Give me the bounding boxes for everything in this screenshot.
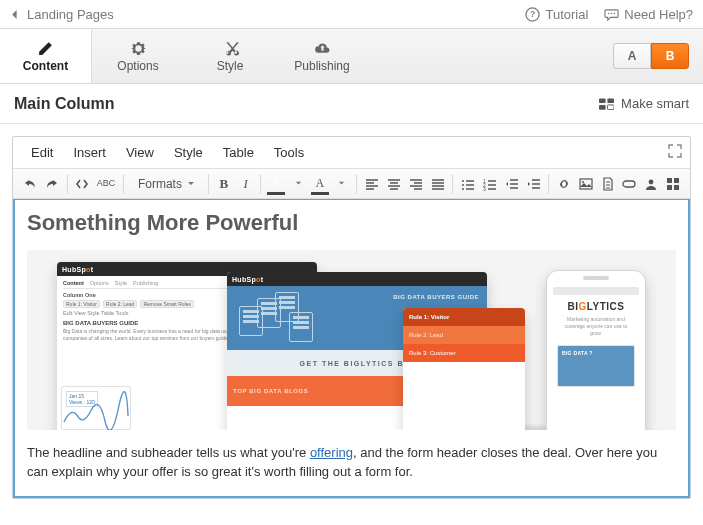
help-label: Need Help? [624, 7, 693, 22]
source-code-button[interactable] [71, 173, 93, 195]
link-button[interactable] [553, 173, 575, 195]
numbered-list-button[interactable]: 123 [479, 173, 501, 195]
tab-content-label: Content [23, 59, 68, 73]
svg-point-11 [462, 188, 464, 190]
svg-text:3: 3 [483, 186, 486, 191]
outdent-icon [505, 177, 519, 191]
menu-tools[interactable]: Tools [264, 145, 314, 160]
personalize-button[interactable] [640, 173, 662, 195]
tab-options[interactable]: Options [92, 29, 184, 83]
svg-point-16 [582, 181, 584, 183]
list-ol-icon: 123 [483, 177, 497, 191]
hero-panel-rules: Rule 1: Visitor Rule 2: Lead Rule 3: Cus… [403, 308, 525, 430]
undo-button[interactable] [19, 173, 41, 195]
variant-a-button[interactable]: A [613, 43, 651, 69]
content-headline: Something More Powerful [27, 210, 676, 236]
grid-icon [666, 177, 680, 191]
gear-icon [130, 40, 147, 57]
cta-button[interactable] [619, 173, 641, 195]
formats-dropdown[interactable]: Formats [128, 173, 204, 195]
svg-rect-8 [608, 104, 615, 109]
redo-icon [45, 177, 59, 191]
embed-button[interactable] [662, 173, 684, 195]
rich-text-editor: Edit Insert View Style Table Tools ABC F… [12, 136, 691, 499]
offering-link[interactable]: offering [310, 445, 353, 460]
editor-content[interactable]: Something More Powerful HubSpot ContentO… [13, 199, 690, 498]
align-center-button[interactable] [383, 173, 405, 195]
chat-icon [604, 7, 619, 22]
image-button[interactable] [575, 173, 597, 195]
align-right-button[interactable] [405, 173, 427, 195]
fullscreen-button[interactable] [668, 144, 682, 161]
spellcheck-button[interactable]: ABC [93, 173, 119, 195]
cloud-upload-icon [314, 40, 331, 57]
redo-button[interactable] [41, 173, 63, 195]
menu-insert[interactable]: Insert [63, 145, 116, 160]
breadcrumb-bar: Landing Pages ? Tutorial Need Help? [0, 0, 703, 28]
svg-rect-15 [580, 179, 592, 189]
indent-button[interactable] [523, 173, 545, 195]
make-smart-label: Make smart [621, 96, 689, 111]
hero-phone: BIGLYTICS Marketing automation and cover… [546, 270, 646, 430]
tab-publishing[interactable]: Publishing [276, 29, 368, 83]
document-button[interactable] [597, 173, 619, 195]
outdent-button[interactable] [501, 173, 523, 195]
align-justify-button[interactable] [427, 173, 449, 195]
file-icon [601, 177, 615, 191]
svg-point-4 [614, 12, 616, 14]
svg-rect-19 [667, 178, 672, 183]
menu-view[interactable]: View [116, 145, 164, 160]
tab-style[interactable]: Style [184, 29, 276, 83]
tab-options-label: Options [117, 59, 158, 73]
menu-edit[interactable]: Edit [21, 145, 63, 160]
bullet-list-button[interactable] [457, 173, 479, 195]
user-icon [644, 177, 658, 191]
background-color-menu[interactable] [287, 173, 309, 195]
align-left-button[interactable] [361, 173, 383, 195]
svg-rect-22 [674, 185, 679, 190]
svg-rect-20 [674, 178, 679, 183]
list-ul-icon [461, 177, 475, 191]
smart-icon [599, 98, 614, 110]
back-label: Landing Pages [27, 7, 114, 22]
svg-point-2 [608, 12, 610, 14]
svg-point-3 [611, 12, 613, 14]
menu-table[interactable]: Table [213, 145, 264, 160]
tab-style-label: Style [217, 59, 244, 73]
align-center-icon [387, 177, 401, 191]
svg-rect-7 [599, 104, 606, 109]
link-icon [557, 177, 571, 191]
section-title: Main Column [14, 95, 114, 113]
svg-text:?: ? [530, 9, 535, 19]
variant-b-button[interactable]: B [651, 43, 689, 69]
italic-button[interactable]: I [235, 173, 257, 195]
svg-rect-6 [608, 98, 615, 103]
indent-icon [527, 177, 541, 191]
text-color-menu[interactable] [331, 173, 353, 195]
tutorial-link[interactable]: ? Tutorial [525, 7, 588, 22]
back-link[interactable]: Landing Pages [10, 7, 114, 22]
svg-rect-5 [599, 98, 606, 103]
tab-publishing-label: Publishing [294, 59, 349, 73]
undo-icon [23, 177, 37, 191]
section-header: Main Column Make smart [0, 84, 703, 124]
text-color-button[interactable]: A [309, 173, 331, 195]
bold-button[interactable]: B [213, 173, 235, 195]
hero-image: HubSpot ContentOptionsStylePublishing Co… [27, 250, 676, 430]
chevron-down-icon [338, 180, 345, 187]
menu-style[interactable]: Style [164, 145, 213, 160]
need-help-link[interactable]: Need Help? [604, 7, 693, 22]
main-tabs: Content Options Style Publishing A B [0, 28, 703, 84]
svg-rect-17 [623, 181, 635, 187]
svg-point-18 [649, 179, 654, 184]
tab-content[interactable]: Content [0, 29, 92, 83]
cta-icon [622, 177, 636, 191]
align-justify-icon [431, 177, 445, 191]
chevron-down-icon [295, 180, 302, 187]
tutorial-label: Tutorial [545, 7, 588, 22]
pencil-icon [37, 40, 54, 57]
make-smart-button[interactable]: Make smart [599, 96, 689, 111]
back-arrow-icon [10, 9, 21, 20]
background-color-button[interactable]: A [265, 173, 287, 195]
code-icon [75, 177, 89, 191]
